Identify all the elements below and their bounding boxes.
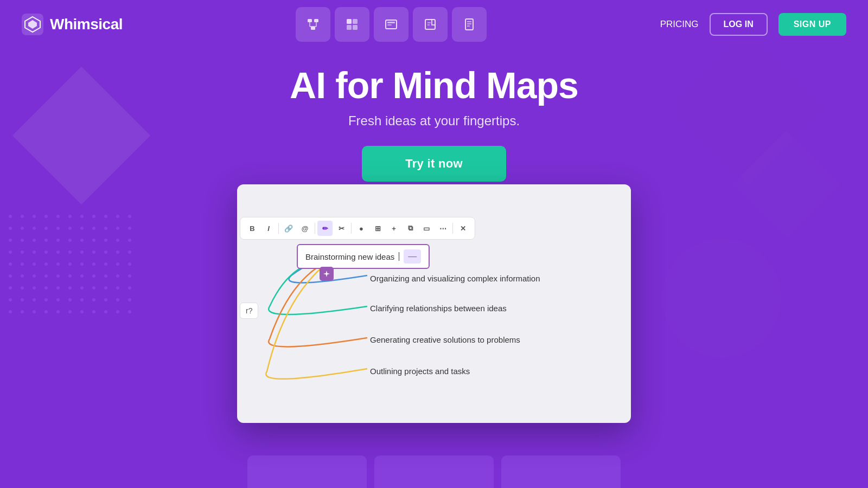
ai-icon-below xyxy=(320,267,334,281)
italic-btn[interactable]: I xyxy=(261,221,276,236)
grid-btn[interactable]: ⊞ xyxy=(370,221,385,236)
flowchart-icon xyxy=(306,17,320,31)
node-collapse-btn[interactable]: — xyxy=(404,249,421,264)
toolbar-separator-1 xyxy=(278,223,279,234)
nav-right: PRICING LOG IN SIGN UP xyxy=(660,13,846,36)
logo-area: Whimsical xyxy=(22,14,123,35)
editor-toolbar: B I 🔗 @ ✏ ✂ ● ⊞ + ⧉ ▭ ⋯ ✕ xyxy=(240,217,475,240)
frames-icon xyxy=(345,17,359,31)
plus-btn[interactable]: + xyxy=(386,221,401,236)
color-btn[interactable]: ● xyxy=(354,221,369,236)
svg-rect-4 xyxy=(314,19,318,22)
branch-label-2: Clarifying relationships between ideas xyxy=(370,304,507,313)
wireframe-tool-btn[interactable] xyxy=(374,7,409,42)
sticky-tool-btn[interactable] xyxy=(413,7,448,42)
whimsical-logo-icon xyxy=(22,14,43,35)
close-toolbar-btn[interactable]: ✕ xyxy=(455,221,470,236)
toolbar-separator-3 xyxy=(351,223,352,234)
thumbnail-1 xyxy=(247,455,367,488)
dot-grid-left xyxy=(0,206,140,322)
svg-rect-13 xyxy=(353,25,358,30)
signup-button[interactable]: SIGN UP xyxy=(778,13,846,36)
svg-rect-12 xyxy=(347,25,352,30)
left-truncated-node: r? xyxy=(240,303,258,319)
hero-section: AI for Mind Maps Fresh ideas at your fin… xyxy=(0,49,868,182)
thumbnail-3 xyxy=(501,455,621,488)
branch-label-3: Generating creative solutions to problem… xyxy=(370,335,520,344)
brand-name: Whimsical xyxy=(50,16,123,33)
ai-sparkle-icon xyxy=(322,269,331,278)
mention-btn[interactable]: @ xyxy=(297,221,312,236)
svg-rect-5 xyxy=(311,27,315,30)
toolbar-separator-4 xyxy=(452,223,453,234)
node-text: Brainstorming new ideas xyxy=(305,252,394,261)
login-button[interactable]: LOG IN xyxy=(710,13,768,36)
demo-preview: B I 🔗 @ ✏ ✂ ● ⊞ + ⧉ ▭ ⋯ ✕ Brainstorming … xyxy=(237,184,631,423)
cut-btn[interactable]: ✂ xyxy=(334,221,349,236)
hero-subtitle: Fresh ideas at your fingertips. xyxy=(0,113,868,129)
copy-btn[interactable]: ⧉ xyxy=(403,221,418,236)
svg-rect-10 xyxy=(347,19,352,24)
bold-btn[interactable]: B xyxy=(245,221,260,236)
branch-label-1: Organizing and visualizing complex infor… xyxy=(370,274,540,283)
navbar: Whimsical xyxy=(0,0,868,49)
thumbnail-2 xyxy=(374,455,494,488)
toolbar-separator-2 xyxy=(315,223,315,234)
link-btn[interactable]: 🔗 xyxy=(281,221,296,236)
docs-tool-btn[interactable] xyxy=(452,7,487,42)
editing-node: Brainstorming new ideas — xyxy=(297,244,430,269)
svg-rect-3 xyxy=(308,19,312,22)
svg-rect-11 xyxy=(353,19,358,24)
highlight-btn[interactable]: ✏ xyxy=(317,221,333,236)
pricing-link[interactable]: PRICING xyxy=(660,19,699,30)
svg-rect-15 xyxy=(387,22,395,23)
frames-tool-btn[interactable] xyxy=(335,7,369,42)
svg-rect-16 xyxy=(387,24,392,25)
docs-icon xyxy=(462,17,476,31)
wireframe-icon xyxy=(384,17,398,31)
bottom-thumbnails xyxy=(247,455,621,488)
comment-btn[interactable]: ▭ xyxy=(419,221,434,236)
branch-label-4: Outlining projects and tasks xyxy=(370,367,470,376)
svg-rect-20 xyxy=(465,19,473,30)
flowchart-tool-btn[interactable] xyxy=(296,7,330,42)
text-cursor xyxy=(399,252,399,261)
sticky-icon xyxy=(423,17,437,31)
more-btn[interactable]: ⋯ xyxy=(435,221,450,236)
circle-shape xyxy=(662,239,781,358)
try-it-now-button[interactable]: Try it now xyxy=(362,146,506,182)
nav-tools xyxy=(296,7,487,42)
hero-title: AI for Mind Maps xyxy=(0,65,868,106)
